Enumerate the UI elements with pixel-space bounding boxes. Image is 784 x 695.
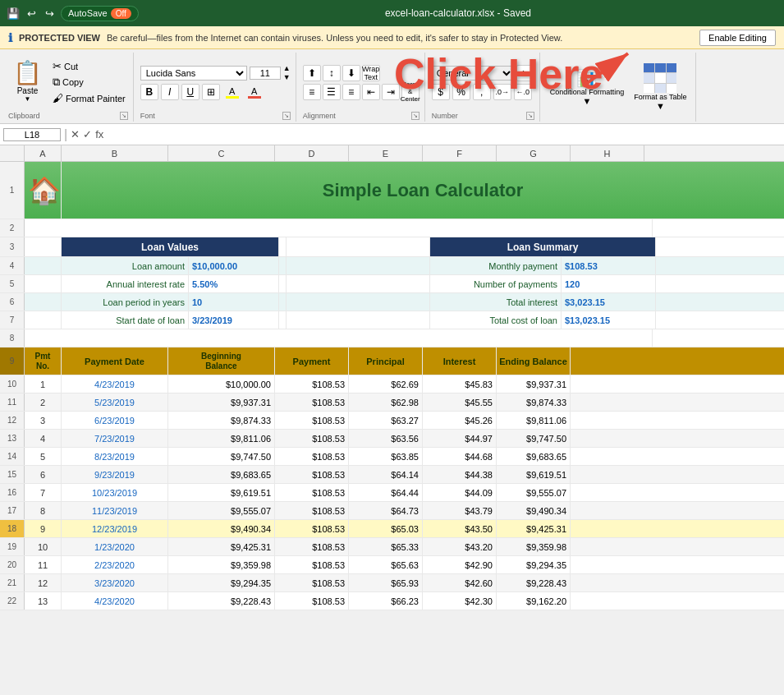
col-header-d[interactable]: D (275, 145, 349, 161)
data-row-12[interactable]: 12 3 6/23/2019 $9,874.33 $108.53 $63.27 … (0, 412, 784, 430)
cell-interest-13[interactable]: $44.97 (423, 430, 497, 447)
font-size-input[interactable] (250, 67, 281, 80)
cell-begin-11[interactable]: $9,937.31 (168, 394, 275, 411)
cell-principal-20[interactable]: $65.63 (349, 556, 423, 573)
wrap-text-button[interactable]: Wrap Text (362, 65, 380, 81)
cell-interest-20[interactable]: $42.90 (423, 556, 497, 573)
cell-begin-22[interactable]: $9,228.43 (168, 592, 275, 610)
loan-amount-value[interactable]: $10,000.00 (189, 257, 279, 274)
fill-color-button[interactable]: A (222, 86, 242, 99)
cell-interest-17[interactable]: $43.79 (423, 502, 497, 519)
annual-rate-value[interactable]: 5.50% (189, 275, 279, 292)
cell-pmt-17[interactable]: 8 (25, 502, 62, 519)
clipboard-expand[interactable]: ↘ (120, 112, 128, 120)
col-header-c[interactable]: C (168, 145, 275, 161)
cell-end-12[interactable]: $9,811.06 (497, 412, 571, 429)
indent-decrease-button[interactable]: ⇤ (362, 84, 380, 100)
cell-pmt-22[interactable]: 13 (25, 592, 62, 610)
cell-end-18[interactable]: $9,425.31 (497, 520, 571, 537)
cell-end-22[interactable]: $9,162.20 (497, 592, 571, 610)
cell-pmt-21[interactable]: 12 (25, 574, 62, 591)
cancel-formula-icon[interactable]: ✕ (71, 128, 80, 140)
cell-begin-12[interactable]: $9,874.33 (168, 412, 275, 429)
data-row-21[interactable]: 21 12 3/23/2020 $9,294.35 $108.53 $65.93… (0, 574, 784, 592)
cell-pmt-16[interactable]: 7 (25, 484, 62, 501)
data-row-13[interactable]: 13 4 7/23/2019 $9,811.06 $108.53 $63.56 … (0, 430, 784, 448)
paste-button[interactable]: 📋 Paste ▼ (8, 58, 47, 106)
save-icon[interactable]: 💾 (7, 7, 20, 20)
cell-principal-12[interactable]: $63.27 (349, 412, 423, 429)
cell-principal-22[interactable]: $66.23 (349, 592, 423, 610)
cell-end-21[interactable]: $9,228.43 (497, 574, 571, 591)
cell-date-10[interactable]: 4/23/2019 (62, 375, 168, 393)
cell-interest-11[interactable]: $45.55 (423, 394, 497, 411)
align-right-button[interactable]: ≡ (342, 84, 360, 100)
cell-date-14[interactable]: 8/23/2019 (62, 448, 168, 465)
data-row-19[interactable]: 19 10 1/23/2020 $9,425.31 $108.53 $65.33… (0, 538, 784, 556)
cell-interest-21[interactable]: $42.60 (423, 574, 497, 591)
format-table-button[interactable]: Format as Table ▼ (630, 60, 690, 114)
decimal-decrease-button[interactable]: ←.0 (514, 84, 532, 100)
cell-principal-13[interactable]: $63.56 (349, 430, 423, 447)
cell-end-19[interactable]: $9,359.98 (497, 538, 571, 555)
cell-date-20[interactable]: 2/23/2020 (62, 556, 168, 573)
num-payments-value[interactable]: 120 (562, 275, 656, 292)
bold-button[interactable]: B (140, 84, 158, 100)
cell-payment-18[interactable]: $108.53 (275, 520, 349, 537)
monthly-payment-value[interactable]: $108.53 (562, 257, 656, 274)
cell-principal-18[interactable]: $65.03 (349, 520, 423, 537)
data-row-20[interactable]: 20 11 2/23/2020 $9,359.98 $108.53 $65.63… (0, 556, 784, 574)
col-header-g[interactable]: G (497, 145, 571, 161)
cell-principal-19[interactable]: $65.33 (349, 538, 423, 555)
cell-pmt-14[interactable]: 5 (25, 448, 62, 465)
autosave-toggle[interactable]: Off (111, 8, 131, 19)
italic-button[interactable]: I (161, 84, 179, 100)
confirm-formula-icon[interactable]: ✓ (83, 128, 92, 140)
col-header-e[interactable]: E (349, 145, 423, 161)
cell-interest-10[interactable]: $45.83 (423, 375, 497, 393)
cell-begin-15[interactable]: $9,683.65 (168, 466, 275, 483)
align-left-button[interactable]: ≡ (303, 84, 321, 100)
cell-payment-11[interactable]: $108.53 (275, 394, 349, 411)
cell-end-10[interactable]: $9,937.31 (497, 375, 571, 393)
cell-pmt-18[interactable]: 9 (25, 520, 62, 537)
cell-payment-19[interactable]: $108.53 (275, 538, 349, 555)
percent-button[interactable]: % (452, 84, 470, 100)
row-2[interactable]: 2 (0, 219, 784, 237)
cell-interest-19[interactable]: $43.20 (423, 538, 497, 555)
cell-principal-15[interactable]: $64.14 (349, 466, 423, 483)
format-painter-button[interactable]: 🖌 Format Painter (50, 91, 128, 105)
cell-date-18[interactable]: 12/23/2019 (62, 520, 168, 537)
cell-payment-20[interactable]: $108.53 (275, 556, 349, 573)
cell-interest-15[interactable]: $44.38 (423, 466, 497, 483)
ft-dropdown-arrow[interactable]: ▼ (656, 101, 665, 111)
cell-payment-10[interactable]: $108.53 (275, 375, 349, 393)
cell-pmt-13[interactable]: 4 (25, 430, 62, 447)
cell-end-16[interactable]: $9,555.07 (497, 484, 571, 501)
alignment-expand[interactable]: ↘ (411, 112, 420, 120)
name-box[interactable] (3, 128, 61, 141)
cell-date-13[interactable]: 7/23/2019 (62, 430, 168, 447)
cell-begin-10[interactable]: $10,000.00 (168, 375, 275, 393)
data-row-11[interactable]: 11 2 5/23/2019 $9,937.31 $108.53 $62.98 … (0, 394, 784, 412)
cell-end-15[interactable]: $9,619.51 (497, 466, 571, 483)
number-expand-button[interactable]: ↘ (516, 65, 534, 81)
cell-interest-22[interactable]: $42.30 (423, 592, 497, 610)
cell-pmt-20[interactable]: 11 (25, 556, 62, 573)
cell-pmt-11[interactable]: 2 (25, 394, 62, 411)
cell-date-11[interactable]: 5/23/2019 (62, 394, 168, 411)
cell-interest-14[interactable]: $44.68 (423, 448, 497, 465)
align-center-button[interactable]: ☰ (323, 84, 341, 100)
total-interest-value[interactable]: $3,023.15 (562, 293, 656, 311)
col-header-b[interactable]: B (62, 145, 168, 161)
col-header-h[interactable]: H (571, 145, 644, 161)
cell-principal-11[interactable]: $62.98 (349, 394, 423, 411)
dollar-button[interactable]: $ (432, 84, 450, 100)
start-date-value[interactable]: 3/23/2019 (189, 311, 279, 329)
copy-button[interactable]: ⧉ Copy (50, 75, 128, 90)
cell-payment-12[interactable]: $108.53 (275, 412, 349, 429)
border-button[interactable]: ⊞ (202, 84, 220, 100)
number-expand[interactable]: ↘ (526, 112, 534, 120)
indent-increase-button[interactable]: ⇥ (382, 84, 400, 100)
r3-mid[interactable] (287, 237, 430, 256)
